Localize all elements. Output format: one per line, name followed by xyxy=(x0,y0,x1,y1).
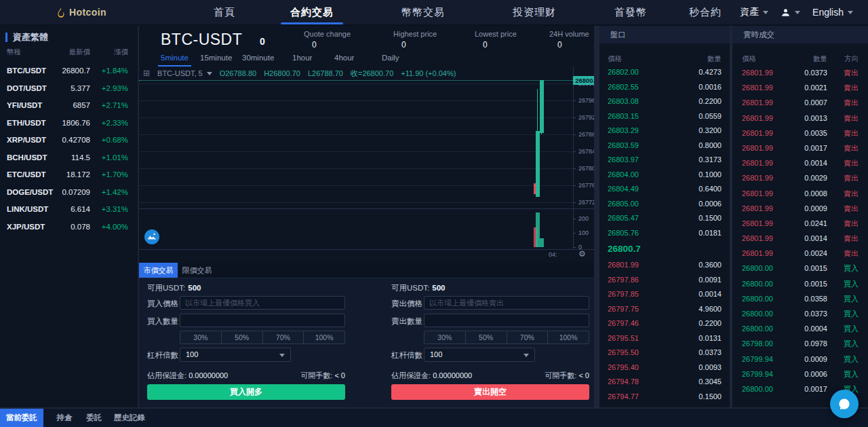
tab-current-orders[interactable]: 當前委託 xyxy=(0,409,43,427)
orderbook-row[interactable]: 26804.000.1000 xyxy=(599,168,730,183)
market-row[interactable]: XRP/USDT0.42708+0.68% xyxy=(0,132,138,149)
orderbook-row[interactable]: 26803.150.0559 xyxy=(599,109,730,124)
orderbook-row[interactable]: 26797.754.9600 xyxy=(599,302,730,317)
trade-row: 26801.990.0029賣出 xyxy=(732,170,868,185)
timeframe-5minute[interactable]: 5minute xyxy=(161,53,189,65)
nav-item-contract-trade[interactable]: 合約交易 xyxy=(290,0,334,24)
percent-30-button[interactable]: 30% xyxy=(180,331,221,344)
market-row[interactable]: ETC/USDT18.172+1.70% xyxy=(0,166,138,184)
market-row[interactable]: XJP/USDT0.078+4.00% xyxy=(0,219,138,236)
tab-limit-order[interactable]: 限價交易 xyxy=(178,263,216,278)
timeframe-daily[interactable]: Daily xyxy=(382,53,399,65)
orderbook-row[interactable]: 26797.860.0091 xyxy=(599,273,730,288)
tab-history[interactable]: 歷史記錄 xyxy=(108,409,151,427)
market-row[interactable]: BCH/USDT114.5+1.01% xyxy=(0,149,138,167)
last-price: 5.377 xyxy=(71,80,90,98)
orderbook-row[interactable]: 26802.000.4273 xyxy=(599,65,730,80)
price-gridline xyxy=(139,117,573,118)
nav-item-invest[interactable]: 投资理财 xyxy=(513,0,556,24)
orderbook-row[interactable]: 26795.510.0131 xyxy=(599,331,730,346)
orderbook-row[interactable]: 26795.400.0093 xyxy=(599,360,730,375)
trade-direction: 賣出 xyxy=(844,80,859,95)
trade-direction: 買入 xyxy=(844,367,859,382)
orderbook-qty: 0.2200 xyxy=(698,94,722,109)
chat-bubble-button[interactable] xyxy=(830,390,859,418)
orderbook-row[interactable]: 26797.850.0014 xyxy=(599,287,730,302)
trade-price: 26801.99 xyxy=(742,80,773,95)
market-row[interactable]: LINK/USDT6.614+3.31% xyxy=(0,201,138,219)
buy-leverage-value: 100 xyxy=(186,350,198,358)
orderbook-row[interactable]: 26802.550.0016 xyxy=(599,80,730,95)
percent-50-button[interactable]: 50% xyxy=(465,331,507,344)
language-menu[interactable]: English xyxy=(812,7,853,18)
orderbook-row[interactable]: 26804.490.6400 xyxy=(599,182,730,197)
orderbook-row[interactable]: 26803.970.3173 xyxy=(599,153,730,168)
orderbook-row[interactable]: 26803.590.8000 xyxy=(599,138,730,153)
orderbook-row[interactable]: 26805.470.1500 xyxy=(599,211,730,226)
market-list-title: 資產繁體 xyxy=(0,32,48,43)
timeframe-4hour[interactable]: 4hour xyxy=(334,53,354,65)
orderbook-qty: 0.3173 xyxy=(698,153,722,168)
percent-70-button[interactable]: 70% xyxy=(507,331,548,344)
volume-bar xyxy=(540,238,545,247)
timeframe-1hour[interactable]: 1hour xyxy=(292,53,312,65)
orderbook-row[interactable]: 26803.290.3200 xyxy=(599,124,730,138)
percent-100-button[interactable]: 100% xyxy=(547,331,589,344)
price-gridline xyxy=(139,168,573,169)
legend-symbol-dropdown[interactable]: BTC-USDT, 5 xyxy=(157,69,212,77)
orderbook-row[interactable]: 26795.500.0373 xyxy=(599,346,730,360)
grid-icon[interactable]: ⊞ xyxy=(143,69,150,78)
trade-qty: 0.0241 xyxy=(804,216,827,231)
trade-direction: 賣出 xyxy=(844,186,859,201)
gear-icon[interactable]: ⚙ xyxy=(578,249,586,259)
trade-row: 26800.000.0358買入 xyxy=(732,291,868,306)
percent-50-button[interactable]: 50% xyxy=(221,331,262,344)
percent-100-button[interactable]: 100% xyxy=(303,331,344,344)
user-menu[interactable] xyxy=(781,7,800,18)
orderbook-row[interactable]: 26794.770.1500 xyxy=(599,390,730,405)
chat-bubble-icon xyxy=(837,397,851,411)
trade-price: 26801.99 xyxy=(742,65,773,80)
market-row[interactable]: YFI/USDT6857+2.71% xyxy=(0,97,138,115)
percent-70-button[interactable]: 70% xyxy=(262,331,304,344)
buy-price-input[interactable] xyxy=(180,296,345,310)
buy-amount-input[interactable] xyxy=(180,314,345,327)
sell-amount-input[interactable] xyxy=(424,314,589,327)
orderbook-qty: 0.0016 xyxy=(698,80,722,95)
nav-item-launchpad[interactable]: 首發幣 xyxy=(614,0,647,24)
buy-available-lots: 可開手數: < 0 xyxy=(300,371,345,381)
buy-open-long-button[interactable]: 買入開多 xyxy=(147,384,345,400)
timeframe-30minute[interactable]: 30minute xyxy=(242,53,274,65)
orderbook-row[interactable]: 26805.000.0006 xyxy=(599,197,730,212)
nav-item-second-contract[interactable]: 秒合約 xyxy=(689,0,722,24)
last-price: 6.614 xyxy=(71,201,90,219)
tab-orders[interactable]: 委託 xyxy=(80,409,108,427)
buy-leverage-select[interactable]: 100 xyxy=(180,348,291,362)
sell-leverage-row: 杠杆倍數 100 xyxy=(391,348,589,362)
sell-leverage-select[interactable]: 100 xyxy=(424,348,535,362)
nav-item-home[interactable]: 首頁 xyxy=(214,0,235,24)
available-value: 500 xyxy=(432,284,445,292)
orderbook-row[interactable]: 26801.990.3600 xyxy=(599,258,730,273)
market-row[interactable]: ETH/USDT1806.76+2.33% xyxy=(0,115,138,132)
orderbook-row[interactable]: 26794.780.3045 xyxy=(599,375,730,390)
recent-trades-panel: 實時成交 價格 數量 方向 26801.990.0373賣出26801.990.… xyxy=(732,26,868,407)
tab-market-order[interactable]: 市價交易 xyxy=(139,263,178,278)
assets-menu[interactable]: 資產 xyxy=(740,6,768,18)
market-row[interactable]: DOGE/USDT0.07209+1.42% xyxy=(0,184,138,202)
legend-low: L26788.70 xyxy=(308,69,343,77)
sell-available-balance: 可用USDT:500 xyxy=(391,283,445,293)
orderbook-row[interactable]: 26803.080.2200 xyxy=(599,94,730,109)
nav-item-spot-trade[interactable]: 幣幣交易 xyxy=(401,0,445,24)
sell-open-short-button[interactable]: 賣出開空 xyxy=(391,384,589,400)
change-percent: +2.71% xyxy=(102,97,128,115)
tab-positions[interactable]: 持倉 xyxy=(51,409,78,427)
orderbook-row[interactable]: 26797.460.2200 xyxy=(599,316,730,331)
timeframe-15minute[interactable]: 15minute xyxy=(200,53,232,65)
percent-30-button[interactable]: 30% xyxy=(425,331,465,344)
sell-price-input[interactable] xyxy=(424,296,589,310)
market-row[interactable]: DOT/USDT5.377+2.93% xyxy=(0,80,138,98)
change-percent: +2.93% xyxy=(102,80,128,98)
market-row[interactable]: BTC/USDT26800.7+1.84% xyxy=(0,62,138,80)
orderbook-row[interactable]: 26805.760.0181 xyxy=(599,226,730,241)
